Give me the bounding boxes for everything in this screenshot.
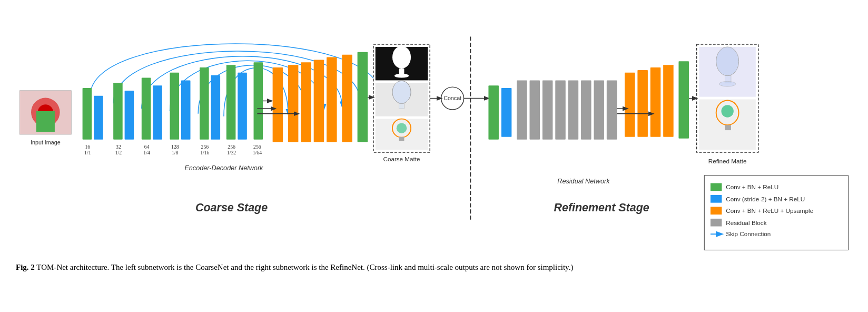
svg-rect-68 bbox=[517, 80, 527, 139]
svg-text:Coarse Stage: Coarse Stage bbox=[195, 201, 268, 214]
svg-rect-102 bbox=[711, 219, 722, 227]
svg-text:Conv + BN + ReLU: Conv + BN + ReLU bbox=[726, 183, 778, 190]
svg-text:Skip Connection: Skip Connection bbox=[726, 230, 771, 237]
svg-rect-31 bbox=[254, 62, 263, 139]
svg-rect-27 bbox=[226, 65, 236, 139]
svg-rect-76 bbox=[625, 73, 635, 137]
svg-rect-67 bbox=[501, 88, 512, 137]
caption-text: TOM-Net architecture. The left subnetwor… bbox=[35, 263, 574, 271]
svg-rect-72 bbox=[568, 80, 579, 139]
svg-rect-80 bbox=[678, 61, 689, 138]
svg-text:Refinement Stage: Refinement Stage bbox=[554, 201, 649, 214]
svg-rect-40 bbox=[342, 55, 352, 142]
svg-rect-75 bbox=[607, 80, 617, 139]
svg-rect-23 bbox=[200, 67, 209, 140]
svg-rect-77 bbox=[637, 70, 648, 137]
diagram-area: Input Image 16 1/1 32 1/2 64 1/4 128 1/8 bbox=[11, 5, 857, 258]
svg-rect-70 bbox=[542, 80, 553, 139]
svg-rect-5 bbox=[36, 111, 55, 132]
svg-text:Encoder-Decoder Network: Encoder-Decoder Network bbox=[184, 164, 263, 172]
svg-rect-34 bbox=[273, 67, 283, 142]
svg-text:Conv (stride-2) + BN + ReLU: Conv (stride-2) + BN + ReLU bbox=[726, 196, 805, 202]
svg-rect-20 bbox=[181, 80, 191, 139]
svg-text:Coarse Matte: Coarse Matte bbox=[383, 155, 420, 162]
svg-text:1/8: 1/8 bbox=[172, 150, 179, 155]
svg-text:Refined Matte: Refined Matte bbox=[708, 158, 747, 164]
main-container: Input Image 16 1/1 32 1/2 64 1/4 128 1/8 bbox=[0, 0, 868, 279]
svg-rect-37 bbox=[301, 62, 311, 142]
svg-text:256: 256 bbox=[253, 144, 261, 150]
svg-rect-11 bbox=[113, 83, 123, 139]
caption-area: Fig. 2 TOM-Net architecture. The left su… bbox=[11, 258, 857, 274]
architecture-diagram: Input Image 16 1/1 32 1/2 64 1/4 128 1/8 bbox=[11, 5, 857, 258]
svg-point-51 bbox=[392, 81, 411, 103]
svg-text:1/16: 1/16 bbox=[200, 150, 209, 155]
svg-rect-78 bbox=[650, 67, 661, 137]
svg-text:256: 256 bbox=[228, 144, 235, 150]
svg-rect-96 bbox=[711, 183, 722, 191]
svg-rect-52 bbox=[399, 103, 405, 109]
svg-text:Input Image: Input Image bbox=[31, 139, 61, 145]
svg-point-86 bbox=[716, 47, 739, 76]
svg-rect-66 bbox=[488, 85, 499, 139]
svg-rect-92 bbox=[725, 125, 731, 130]
svg-rect-38 bbox=[314, 60, 324, 142]
svg-rect-15 bbox=[142, 78, 151, 140]
svg-rect-12 bbox=[125, 91, 134, 140]
svg-rect-69 bbox=[529, 80, 540, 139]
svg-point-91 bbox=[721, 105, 733, 117]
svg-rect-39 bbox=[327, 57, 337, 142]
svg-rect-56 bbox=[399, 137, 405, 141]
svg-text:256: 256 bbox=[201, 144, 209, 150]
svg-rect-98 bbox=[711, 195, 722, 203]
svg-text:128: 128 bbox=[171, 144, 179, 150]
svg-point-49 bbox=[394, 74, 409, 78]
svg-rect-36 bbox=[288, 65, 299, 142]
svg-text:Residual Block: Residual Block bbox=[726, 219, 766, 226]
svg-text:1/2: 1/2 bbox=[115, 150, 122, 155]
svg-point-47 bbox=[392, 46, 411, 69]
svg-text:32: 32 bbox=[116, 144, 121, 150]
svg-rect-71 bbox=[555, 80, 566, 139]
svg-text:1/64: 1/64 bbox=[253, 150, 262, 155]
svg-rect-28 bbox=[238, 73, 247, 140]
svg-rect-79 bbox=[663, 65, 674, 137]
svg-rect-74 bbox=[594, 80, 604, 139]
svg-text:Conv + BN + ReLU + Upsample: Conv + BN + ReLU + Upsample bbox=[726, 207, 813, 214]
svg-rect-16 bbox=[153, 85, 162, 139]
svg-rect-73 bbox=[581, 80, 591, 139]
svg-text:Concat: Concat bbox=[443, 95, 461, 101]
svg-rect-19 bbox=[170, 73, 179, 140]
svg-text:Residual Network: Residual Network bbox=[557, 178, 610, 185]
svg-point-88 bbox=[719, 81, 736, 86]
svg-text:1/4: 1/4 bbox=[143, 150, 150, 155]
svg-point-55 bbox=[397, 123, 407, 133]
svg-rect-7 bbox=[83, 88, 92, 140]
svg-rect-8 bbox=[94, 96, 103, 140]
svg-text:16: 16 bbox=[85, 144, 90, 150]
svg-rect-24 bbox=[211, 75, 221, 140]
svg-rect-41 bbox=[358, 52, 368, 142]
svg-text:64: 64 bbox=[144, 144, 150, 150]
figure-label: Fig. 2 bbox=[16, 263, 35, 271]
svg-rect-100 bbox=[711, 207, 722, 214]
svg-text:1/1: 1/1 bbox=[84, 150, 91, 155]
svg-text:1/32: 1/32 bbox=[227, 150, 236, 155]
